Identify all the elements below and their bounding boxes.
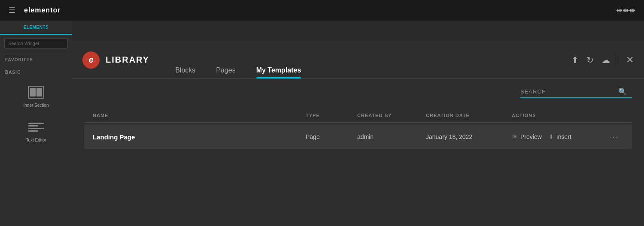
refresh-icon[interactable]: ↻ — [586, 55, 594, 65]
save-icon[interactable]: ☁ — [601, 55, 610, 65]
sidebar-tabs: ELEMENTS — [0, 21, 72, 35]
text-editor-icon-lines — [28, 123, 44, 132]
icon-line-3 — [28, 128, 44, 129]
insert-button[interactable]: ⬇ Insert — [549, 133, 571, 140]
tab-blocks[interactable]: Blocks — [175, 41, 195, 78]
col-header-actions: ACTIONS — [512, 113, 606, 118]
insert-icon: ⬇ — [549, 133, 554, 140]
widget-text-editor[interactable]: Text Editor — [0, 112, 72, 147]
more-options-button[interactable]: ⋯ — [610, 132, 623, 142]
search-container: 🔍 — [520, 87, 632, 98]
tab-my-templates[interactable]: My Templates — [256, 41, 301, 78]
table-row: Landing Page Page admin January 18, 2022… — [84, 124, 632, 149]
col-header-more — [606, 113, 623, 118]
icon-line-4 — [28, 130, 38, 132]
inner-section-icon-graphic — [28, 86, 44, 99]
inner-section-cell-2 — [36, 88, 42, 96]
library-header: e LIBRARY Blocks Pages My Templates ⬆ ↻ … — [72, 41, 644, 79]
icon-line-1 — [28, 123, 44, 124]
close-icon[interactable]: ✕ — [626, 54, 634, 66]
hamburger-icon[interactable]: ☰ — [9, 6, 15, 15]
icon-line-2 — [28, 125, 38, 127]
elementor-logo: elementor — [24, 6, 61, 14]
search-bar-row: 🔍 — [84, 87, 632, 98]
section-label-favorites: FAVORITES — [0, 52, 72, 65]
col-header-creation-date: CREATION DATE — [426, 113, 512, 118]
row-type: Page — [306, 133, 357, 140]
text-editor-widget-icon — [26, 119, 46, 135]
library-body: 🔍 NAME TYPE CREATED BY CREATION DATE ACT… — [72, 79, 644, 226]
templates-table: NAME TYPE CREATED BY CREATION DATE ACTIO… — [84, 108, 632, 149]
search-input[interactable] — [4, 38, 68, 48]
widget-inner-section[interactable]: Inner Section — [0, 77, 72, 112]
tab-pages[interactable]: Pages — [216, 41, 235, 78]
row-created-by: admin — [357, 133, 426, 140]
section-label-basic: BASIC — [0, 65, 72, 77]
library-modal: e LIBRARY Blocks Pages My Templates ⬆ ↻ … — [72, 41, 644, 226]
top-bar: ☰ elementor ⇼⇼⇼ — [0, 0, 644, 21]
inner-section-cell-1 — [30, 88, 36, 96]
sidebar: ELEMENTS FAVORITES BASIC Inner Section — [0, 21, 72, 226]
search-widget-container — [0, 35, 72, 52]
library-logo-symbol: e — [88, 55, 93, 65]
row-name: Landing Page — [93, 133, 306, 141]
row-creation-date: January 18, 2022 — [426, 133, 512, 140]
search-magnifier-icon: 🔍 — [618, 87, 627, 96]
row-actions: 👁 Preview ⬇ Insert — [512, 133, 606, 140]
inner-section-label: Inner Section — [24, 103, 49, 108]
preview-icon: 👁 — [512, 133, 518, 140]
library-logo: e — [82, 51, 100, 69]
grid-icon[interactable]: ⇼⇼⇼ — [616, 6, 635, 15]
main-content: ELEMENTS FAVORITES BASIC Inner Section — [0, 21, 644, 226]
library-tabs: Blocks Pages My Templates — [175, 41, 571, 78]
library-actions: ⬆ ↻ ☁ ✕ — [571, 54, 634, 66]
upload-icon[interactable]: ⬆ — [571, 55, 579, 65]
inner-section-widget-icon — [26, 84, 46, 100]
header-divider — [618, 54, 618, 66]
col-header-created-by: CREATED BY — [357, 113, 426, 118]
preview-button[interactable]: 👁 Preview — [512, 133, 542, 140]
library-search-input[interactable] — [520, 88, 615, 95]
library-title: LIBRARY — [106, 55, 149, 65]
col-header-name: NAME — [93, 113, 306, 118]
sidebar-tab-elements[interactable]: ELEMENTS — [0, 21, 72, 34]
insert-label: Insert — [556, 133, 571, 140]
col-header-type: TYPE — [306, 113, 357, 118]
preview-label: Preview — [520, 133, 542, 140]
table-header: NAME TYPE CREATED BY CREATION DATE ACTIO… — [84, 108, 632, 123]
text-editor-label: Text Editor — [26, 138, 46, 142]
